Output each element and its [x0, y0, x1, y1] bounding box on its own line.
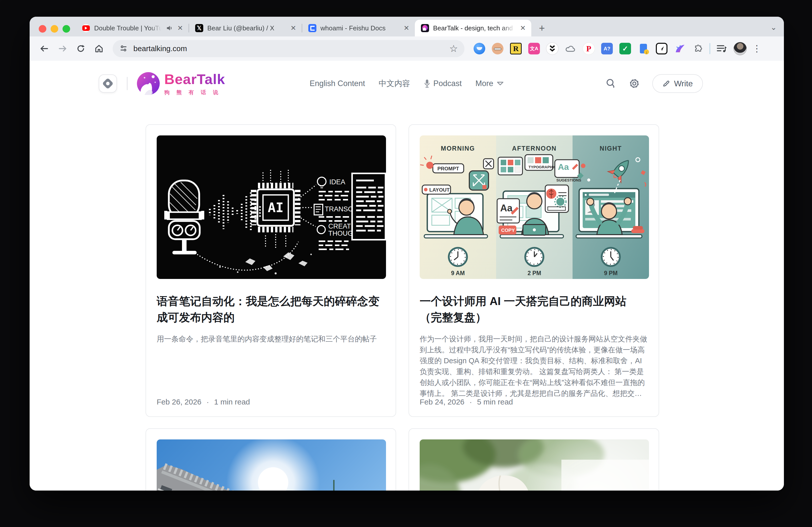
panel-label-morning: MORNING [441, 145, 475, 152]
zoom-window-button[interactable] [62, 25, 70, 33]
double-chevron-extension-icon[interactable] [547, 43, 558, 55]
post-grid: AI IDEA [146, 124, 659, 491]
minimize-window-button[interactable] [50, 25, 58, 33]
address-bar[interactable]: beartalking.com ☆ [113, 40, 464, 57]
readwise-extension-icon[interactable]: R [510, 43, 522, 55]
cloud-extension-icon[interactable] [565, 43, 576, 55]
post-cover-voice-notes: AI IDEA [157, 135, 386, 279]
url-text[interactable]: beartalking.com [133, 44, 444, 53]
tag-prompt: PROMPT [437, 166, 459, 171]
tab-close-icon[interactable]: ✕ [404, 25, 409, 32]
gem-icon [102, 78, 113, 89]
post-excerpt: 用一条命令，把录音笔里的内容变成整理好的笔记和三个平台的帖子 [157, 334, 385, 345]
browser-menu-icon[interactable]: ⋮ [752, 43, 762, 54]
settings-gear-icon[interactable] [628, 78, 640, 89]
post-cover-sky-photo [157, 439, 386, 491]
tasks-extension-icon[interactable]: ✓ [619, 43, 631, 55]
cover-label-idea: IDEA [329, 178, 345, 186]
header-actions: Write [605, 61, 703, 106]
meta-separator: · [469, 398, 472, 406]
tag-suggestions: SUGESTIONS [556, 178, 581, 182]
write-label: Write [674, 79, 693, 88]
window-controls [39, 25, 70, 33]
youtube-icon [82, 24, 90, 32]
paper-plane-extension-icon[interactable] [656, 43, 667, 55]
post-title[interactable]: 一个设计师用 AI 一天搭完自己的商业网站（完整复盘） [420, 293, 648, 325]
bookmark-star-icon[interactable]: ☆ [449, 43, 458, 54]
nav-chinese-content[interactable]: 中文内容 [379, 78, 410, 89]
svg-text:Aa: Aa [500, 203, 512, 214]
microphone-icon [424, 79, 430, 88]
post-date: Feb 24, 2026 [420, 398, 464, 406]
doc-download-extension-icon[interactable]: ↓ [638, 43, 649, 55]
new-tab-button[interactable]: + [535, 21, 549, 35]
tab-title: whoami - Feishu Docs [320, 24, 400, 32]
bird-extension-icon[interactable] [674, 43, 686, 55]
beartalk-logo[interactable] [137, 72, 160, 95]
tab-audio-icon[interactable] [166, 25, 173, 32]
tab-x[interactable]: 𝕏 Bear Liu (@bearliu) / X ✕ [189, 20, 302, 36]
extensions-puzzle-icon[interactable] [692, 43, 704, 55]
extensions-row: R 文A P A? ✓ ↓ [474, 43, 704, 55]
tag-copy: COPY [501, 228, 515, 233]
search-icon[interactable] [605, 78, 617, 89]
translate-extension-icon[interactable]: 文A [528, 43, 540, 55]
tide-extension-icon[interactable] [474, 43, 485, 55]
tab-feishu[interactable]: whoami - Feishu Docs ✕ [302, 20, 415, 36]
tab-strip: Double Trouble | YouTube ✕ 𝕏 Bear Liu (@… [30, 17, 784, 36]
grammar-extension-icon[interactable]: A? [601, 43, 613, 55]
tab-list-chevron-icon[interactable]: ⌄ [770, 23, 777, 32]
beartalk-page: BearTalk 狗熊有话说 English Content 中文内容 Podc… [30, 61, 784, 491]
brand-tagline: 狗熊有话说 [164, 89, 225, 96]
nav-podcast-label: Podcast [433, 79, 462, 88]
post-card[interactable] [408, 428, 659, 491]
pinterest-extension-icon[interactable]: P [583, 43, 595, 55]
tab-youtube[interactable]: Double Trouble | YouTube ✕ [76, 20, 189, 36]
forward-button[interactable] [55, 41, 71, 57]
profile-avatar[interactable] [734, 42, 747, 55]
post-meta: Feb 26, 2026 · 1 min read [157, 398, 250, 406]
tag-layout: LAYOUT [429, 187, 450, 193]
close-window-button[interactable] [39, 25, 46, 33]
post-card[interactable] [146, 428, 396, 491]
home-button[interactable] [91, 41, 107, 57]
feishu-docs-icon [308, 24, 316, 32]
post-excerpt: 作为一个设计师，我用一天时间，把自己的设计服务网站从空文件夹做到上线。过程中我几… [420, 334, 648, 399]
cover-document [352, 173, 386, 240]
tab-close-icon[interactable]: ✕ [177, 25, 183, 32]
tab-beartalk-active[interactable]: BearTalk - design, tech and pr ✕ [415, 20, 531, 36]
meta-separator: · [206, 398, 209, 406]
post-date: Feb 26, 2026 [157, 398, 202, 406]
panel-label-night: NIGHT [600, 145, 622, 152]
post-read-time: 5 min read [477, 398, 513, 406]
site-settings-icon[interactable] [119, 44, 128, 53]
back-button[interactable] [36, 41, 53, 57]
chevron-down-icon [496, 81, 504, 86]
nav-more[interactable]: More [475, 79, 504, 88]
write-button[interactable]: Write [652, 74, 703, 93]
post-read-time: 1 min read [214, 398, 250, 406]
time-afternoon: 2 PM [527, 270, 541, 276]
post-title[interactable]: 语音笔记自动化：我是怎么把每天的碎碎念变成可发布内容的 [157, 293, 385, 325]
media-playlist-icon[interactable] [716, 43, 727, 55]
reload-button[interactable] [73, 41, 89, 57]
tabs: Double Trouble | YouTube ✕ 𝕏 Bear Liu (@… [76, 17, 549, 36]
chip-label: AI [268, 200, 284, 215]
theme-toggle-button[interactable] [99, 74, 117, 93]
beartalk-icon [421, 24, 429, 32]
nav-english-content[interactable]: English Content [309, 79, 365, 88]
browser-window: Double Trouble | YouTube ✕ 𝕏 Bear Liu (@… [30, 17, 784, 491]
clock-night [601, 248, 620, 266]
post-card[interactable]: AI IDEA [146, 124, 396, 417]
avatar-extension-icon[interactable] [492, 43, 504, 55]
post-card[interactable]: MORNING AFTERNOON NIGHT [408, 124, 659, 417]
tab-close-icon[interactable]: ✕ [520, 25, 526, 32]
nav-podcast[interactable]: Podcast [424, 79, 462, 88]
brand-block[interactable]: BearTalk 狗熊有话说 [164, 71, 225, 96]
header-divider [127, 77, 128, 90]
tag-typography: TYPOGRAPHY [528, 165, 555, 169]
post-meta: Feb 24, 2026 · 5 min read [420, 398, 513, 406]
tab-title: BearTalk - design, tech and pr [433, 24, 516, 32]
brand-name: BearTalk [164, 71, 225, 87]
tab-close-icon[interactable]: ✕ [290, 25, 296, 32]
